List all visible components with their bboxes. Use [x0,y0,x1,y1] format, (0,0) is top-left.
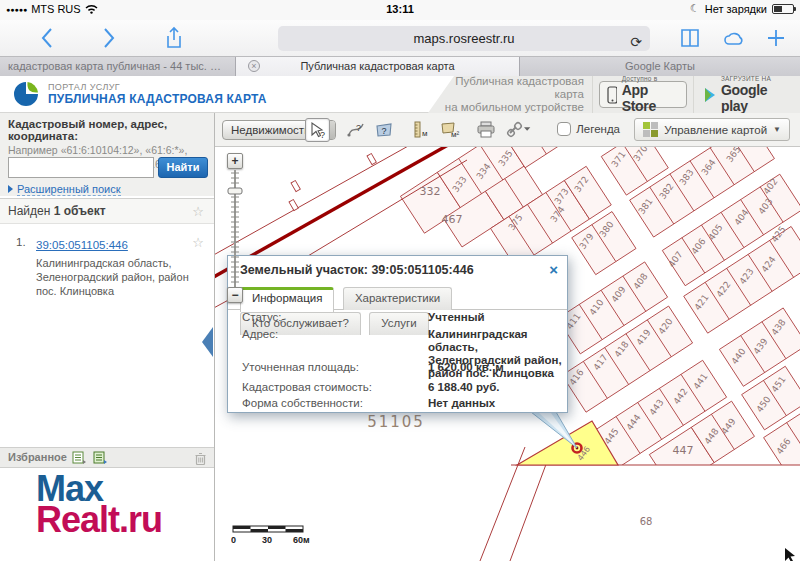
new-tab-icon[interactable] [764,26,788,50]
address-bar[interactable]: maps.rosreestr.ru ⟳ [278,26,650,51]
browser-toolbar: maps.rosreestr.ru ⟳ [0,20,800,57]
googleplay-icon [703,87,716,103]
measure-route-button[interactable]: ? [343,118,368,142]
tools-dropdown-button[interactable] [503,118,537,142]
map-control-dropdown[interactable]: Управление картой ▼ [634,118,790,141]
export-excel-selected-icon[interactable] [93,451,108,465]
small-parcel [291,181,300,192]
printer-icon [476,120,496,139]
ruler-length-icon: м [411,120,431,139]
battery-icon [772,4,794,14]
favorite-all-star-icon[interactable]: ☆ [192,204,204,219]
zoom-out-button[interactable]: − [227,287,243,303]
svg-text:?: ? [356,123,361,133]
share-icon[interactable] [162,26,186,50]
scale-mid: 30 [262,535,272,545]
print-button[interactable] [473,118,498,142]
sidebar: Кадастровый номер, адрес, координата: На… [0,113,215,561]
identify-cursor-button[interactable]: ? [305,118,330,142]
appstore-badge[interactable]: Доступно в App Store [599,81,687,108]
trash-icon[interactable] [195,452,206,465]
results-header: Найден 1 объект ☆ [0,198,214,224]
search-result-item[interactable]: 1. 39:05:051105:446 ☆ Калининградская об… [0,231,214,302]
quarter-label: 51105 [367,413,425,431]
parcel-label: 332 [420,185,441,198]
boundary-line [510,459,548,561]
search-label: Кадастровый номер, адрес, координата: [8,118,206,142]
screen: ●●●●● MTS RUS 13:11 ☾ Нет зарядки maps.r… [0,0,800,561]
browser-tab-google-maps[interactable]: Google Карты [520,57,800,76]
favorites-label: Избранное [8,451,67,463]
scale-bar: 0 30 60м [231,522,317,546]
parcel-label: 467 [442,213,463,226]
popup-tab-information[interactable]: Информация [240,287,334,312]
legend-checkbox[interactable] [557,122,571,136]
icloud-tabs-icon[interactable] [722,26,746,50]
popup-callout-pointer [525,408,587,454]
url-text: maps.rosreestr.ru [413,31,514,46]
result-address: Калининградская область, Зеленоградский … [36,256,196,298]
svg-text:м²: м² [451,130,460,139]
result-index: 1. [16,236,26,248]
battery-status-label: Нет зарядки [705,3,767,15]
triangle-icon [8,185,13,193]
parcel-label: 68 [640,516,653,527]
browser-tab-search-results[interactable]: кадастровая карта публичная - 44 тыс. ре… [0,57,236,76]
map-toolbar: Недвижимость ▼ ? ? ? м м² Легенда [215,113,800,147]
favorite-star-icon[interactable]: ☆ [192,235,204,250]
small-parcel [289,200,298,211]
watermark: Max Realt.ru [36,473,162,535]
popup-close-button[interactable]: × [549,261,558,278]
favorites-bar: Избранное [0,447,214,468]
refresh-icon[interactable]: ⟳ [630,30,642,55]
popup-title: Земельный участок: 39:05:051105:446 [240,263,474,277]
clock: 13:11 [0,3,800,15]
status-bar: ●●●●● MTS RUS 13:11 ☾ Нет зарядки [0,0,800,20]
export-excel-icon[interactable] [72,451,87,465]
popup-tab-characteristics[interactable]: Характеристики [343,287,452,310]
identify-area-button[interactable]: ? [371,118,396,142]
back-icon[interactable] [36,26,60,50]
tab-close-icon[interactable]: × [248,60,260,72]
portal-logo-icon [12,80,40,108]
chevron-down-icon: ▼ [773,125,781,134]
tab-title: Публичная кадастровая карта [300,60,454,72]
do-not-disturb-moon-icon: ☾ [690,2,700,15]
svg-text:?: ? [320,130,325,140]
site-header: ПОРТАЛ УСЛУГ ПУБЛИЧНАЯ КАДАСТРОВАЯ КАРТА… [0,76,800,113]
layers-grid-icon [643,122,658,137]
attribution-cursor-icon [783,548,797,561]
popup-tab-bar: Информация Характеристики Кто обслуживае… [228,286,567,310]
browser-tab-active[interactable]: × Публичная кадастровая карта [236,57,520,76]
scale-start: 0 [231,535,236,545]
portal-logo: ПОРТАЛ УСЛУГ ПУБЛИЧНАЯ КАДАСТРОВАЯ КАРТА [12,80,267,108]
browser-tab-bar: кадастровая карта публичная - 44 тыс. ре… [0,57,800,76]
sidebar-collapse-arrow[interactable] [200,324,216,360]
legend-label: Легенда [576,123,620,135]
promo-text: Публичная кадастровая карта на мобильном… [428,75,592,114]
zoom-slider-handle[interactable] [228,188,242,194]
search-button[interactable]: Найти [158,157,208,178]
measure-area-button[interactable]: м² [437,118,462,142]
parcel-info-popup: Земельный участок: 39:05:051105:446 × Ин… [227,255,568,413]
search-hint: Например «61:6:10104:12», «61:6:*», [8,144,206,156]
mobile-promo: Публичная кадастровая карта на мобильном… [428,76,800,113]
cursor-question-icon: ? [308,121,327,140]
site-title: ПУБЛИЧНАЯ КАДАСТРОВАЯ КАРТА [48,92,267,106]
advanced-search-link[interactable]: Расширенный поиск [8,183,121,195]
result-cadastral-link[interactable]: 39:05:051105:446 [36,239,128,251]
svg-text:м: м [422,129,428,138]
googleplay-badge[interactable]: ЗАГРУЗИТЕ НА Google play [694,76,800,113]
scale-end: 60м [293,535,310,545]
small-parcel [367,154,376,165]
portal-label: ПОРТАЛ УСЛУГ [48,82,267,92]
measure-length-button[interactable]: м [408,118,433,142]
parcel-label: 447 [673,444,694,457]
forward-icon[interactable] [96,26,120,50]
zoom-slider-track[interactable] [225,153,245,305]
search-input[interactable] [8,157,154,178]
iphone-icon [607,86,617,104]
route-question-icon: ? [346,120,366,139]
link-tools-icon [506,120,534,139]
reading-list-icon[interactable] [678,26,702,50]
